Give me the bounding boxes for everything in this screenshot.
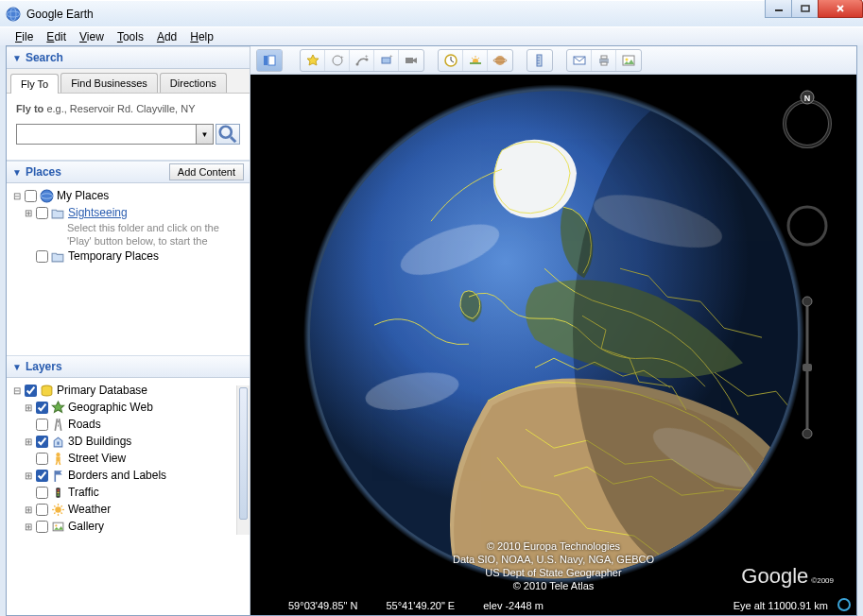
search-hint: Fly to e.g., Reservoir Rd. Clayville, NY <box>16 103 240 114</box>
svg-rect-45 <box>406 58 413 63</box>
svg-point-53 <box>495 56 505 65</box>
bldg-icon <box>51 435 65 449</box>
tab-directions[interactable]: Directions <box>160 73 227 93</box>
collapse-icon: ▼ <box>12 167 22 178</box>
path-button[interactable]: + <box>350 50 374 71</box>
svg-line-30 <box>61 505 62 506</box>
sunlight-button[interactable] <box>463 50 488 71</box>
search-input[interactable] <box>17 125 196 144</box>
layer-node-3d-buildings[interactable]: ⊞3D Buildings <box>12 433 244 450</box>
svg-point-21 <box>57 488 59 490</box>
status-lat: 59°03'49.85" N <box>288 600 357 611</box>
layer-node-geographic-web[interactable]: ⊞Geographic Web <box>12 399 244 416</box>
close-button[interactable] <box>818 0 863 18</box>
email-button[interactable] <box>567 50 592 71</box>
svg-rect-16 <box>56 456 60 461</box>
menu-view[interactable]: View <box>74 28 110 45</box>
earth-globe[interactable] <box>299 79 809 590</box>
folder-icon <box>51 206 65 220</box>
tab-find-businesses[interactable]: Find Businesses <box>60 73 158 93</box>
app-icon <box>6 7 21 22</box>
search-go-button[interactable] <box>216 124 240 145</box>
maximize-button[interactable] <box>791 0 819 18</box>
zoom-slider[interactable] <box>800 292 815 443</box>
svg-rect-36 <box>264 56 268 65</box>
tree-node-my-places[interactable]: ⊟ My Places <box>12 187 244 204</box>
record-tour-button[interactable] <box>399 50 423 71</box>
layers-tree: ⊟Primary Database⊞Geographic WebRoads⊞3D… <box>7 378 250 535</box>
sightseeing-label[interactable]: Sightseeing <box>68 206 128 219</box>
planets-button[interactable] <box>488 50 512 71</box>
svg-rect-81 <box>803 364 812 371</box>
layer-node-street-view[interactable]: Street View <box>12 450 244 467</box>
places-panel-header[interactable]: ▼ Places Add Content <box>7 161 250 183</box>
svg-line-8 <box>231 137 235 142</box>
svg-text:+: + <box>389 53 393 59</box>
svg-line-17 <box>56 461 57 464</box>
svg-rect-4 <box>802 6 809 11</box>
svg-text:+: + <box>365 53 369 59</box>
layer-node-primary-database[interactable]: ⊟Primary Database <box>12 382 244 399</box>
svg-text:+: + <box>340 54 344 60</box>
menu-add[interactable]: Add <box>151 28 182 45</box>
layer-node-borders-and-labels[interactable]: ⊞Borders and Labels <box>12 467 244 484</box>
search-panel-header[interactable]: ▼ Search <box>7 46 250 69</box>
window-title: Google Earth <box>26 8 94 21</box>
menubar: File Edit View Tools Add Help <box>0 26 863 45</box>
temporary-label: Temporary Places <box>68 249 159 263</box>
sightseeing-desc: Select this folder and click on the <box>12 221 244 234</box>
svg-line-31 <box>54 512 55 513</box>
svg-point-23 <box>57 494 59 496</box>
sidebar: ▼ Search Fly To Find Businesses Directio… <box>7 46 250 615</box>
menu-edit[interactable]: Edit <box>41 28 72 45</box>
tree-node-temporary[interactable]: Temporary Places <box>12 248 244 265</box>
sidebar-toggle-button[interactable] <box>257 50 282 71</box>
save-image-button[interactable] <box>616 50 641 71</box>
layer-node-roads[interactable]: Roads <box>12 416 244 433</box>
main-area: + + + <box>250 46 856 615</box>
overlay-button[interactable]: + <box>374 50 399 71</box>
history-button[interactable] <box>439 50 463 71</box>
svg-point-64 <box>626 58 629 60</box>
svg-point-80 <box>803 429 812 438</box>
menu-help[interactable]: Help <box>184 28 219 45</box>
add-content-button[interactable]: Add Content <box>169 163 244 180</box>
gallery-icon <box>51 520 65 534</box>
svg-line-18 <box>60 461 60 464</box>
layers-panel-header[interactable]: ▼ Layers <box>7 355 250 378</box>
tree-node-sightseeing[interactable]: ⊞ Sightseeing <box>12 204 244 221</box>
svg-point-7 <box>220 127 232 138</box>
svg-point-0 <box>7 8 20 21</box>
tab-fly-to[interactable]: Fly To <box>10 74 59 94</box>
layer-node-traffic[interactable]: Traffic <box>12 484 244 501</box>
traffic-icon <box>51 486 65 500</box>
streaming-indicator <box>837 598 851 611</box>
minimize-button[interactable] <box>765 0 792 18</box>
sightseeing-desc2: 'Play' button below, to start the <box>12 234 244 248</box>
layer-node-weather[interactable]: ⊞Weather <box>12 501 244 518</box>
print-button[interactable] <box>592 50 616 71</box>
globe-viewport[interactable]: N © 2010 Europa Technologies Data SIO, N… <box>250 75 856 615</box>
google-logo: Google©2009 <box>741 564 834 589</box>
status-lon: 55°41'49.20" E <box>386 600 455 611</box>
ruler-button[interactable] <box>527 50 552 71</box>
menu-tools[interactable]: Tools <box>112 28 149 45</box>
search-tabs: Fly To Find Businesses Directions <box>7 69 250 94</box>
search-combo[interactable]: ▼ <box>16 124 214 145</box>
dropdown-icon[interactable]: ▼ <box>196 125 213 144</box>
scrollbar[interactable] <box>236 385 250 535</box>
svg-rect-37 <box>268 56 275 65</box>
search-icon <box>216 123 239 145</box>
svg-point-15 <box>56 453 60 456</box>
earth-icon <box>40 189 54 203</box>
placemark-button[interactable] <box>301 50 325 71</box>
my-places-label: My Places <box>57 189 109 202</box>
polygon-button[interactable]: + <box>325 50 350 71</box>
svg-line-51 <box>472 58 474 60</box>
svg-point-34 <box>55 524 57 526</box>
look-control[interactable] <box>785 203 830 248</box>
menu-file[interactable]: File <box>9 28 39 45</box>
svg-point-9 <box>41 190 53 202</box>
layer-node-gallery[interactable]: ⊞Gallery <box>12 518 244 535</box>
compass-control[interactable]: N <box>777 90 837 150</box>
